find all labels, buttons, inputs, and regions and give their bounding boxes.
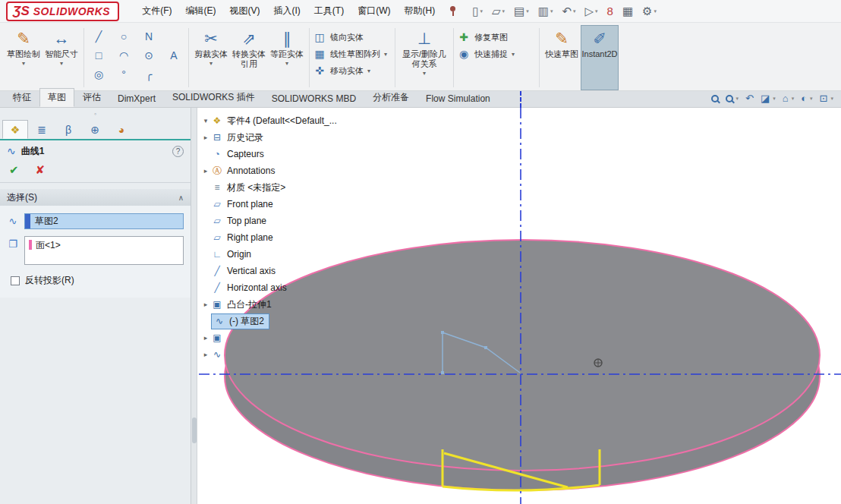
sketch-button[interactable]: ✎ 草图绘制 ▾ [5, 25, 43, 90]
tab-evaluate[interactable]: 评估 [74, 88, 109, 107]
selection-group-header[interactable]: 选择(S) ∧ [0, 189, 191, 206]
panel-splitter[interactable] [191, 108, 197, 504]
expand-arrow-icon[interactable]: ▸ [200, 134, 211, 141]
tree-item-sketch2-selected[interactable]: ∿ (-) 草图2 [200, 313, 337, 329]
offset-entities-button[interactable]: ∥ 等距实体 ▾ [268, 25, 306, 90]
save-button[interactable]: ▤▾ [511, 3, 532, 20]
tree-item-boss-extrude[interactable]: ▸ ▣ 凸台-拉伸1 [200, 296, 337, 313]
tree-item-right-plane[interactable]: ▱ Right plane [200, 229, 337, 246]
menu-insert[interactable]: 插入(I) [268, 2, 307, 20]
display-style-button[interactable]: ◐▾ [801, 93, 812, 104]
tree-item-history[interactable]: ▸ ⊟ 历史记录 [200, 129, 337, 146]
ok-button[interactable]: ✔ [9, 163, 19, 177]
tab-dimxpertmanager[interactable]: ⊕ [82, 120, 108, 139]
menu-help[interactable]: 帮助(H) [398, 2, 442, 20]
move-entities-button[interactable]: ✜ 移动实体 ▾ [313, 65, 392, 77]
expand-arrow-icon[interactable]: ▸ [200, 301, 211, 308]
quick-snaps-button[interactable]: ◉ 快速捕捉 ▾ [457, 48, 536, 60]
tree-item-vertical-axis[interactable]: ╱ Vertical axis [200, 263, 337, 279]
splitter-grip[interactable] [192, 417, 197, 443]
trim-entities-button[interactable]: ✂ 剪裁实体 ▾ [192, 25, 230, 90]
menu-tools[interactable]: 工具(T) [308, 2, 350, 20]
tree-item-sensors[interactable]: ◔ Capteurs [200, 146, 337, 162]
tab-flow-simulation[interactable]: Flow Simulation [417, 90, 499, 107]
sketch-endpoint-marker[interactable] [484, 346, 487, 349]
tab-configurationmanager[interactable]: β [55, 120, 81, 139]
section-view-button[interactable]: ◪▾ [761, 93, 776, 104]
cancel-button[interactable]: ✘ [36, 163, 46, 177]
selected-tree-item[interactable]: ∿ (-) 草图2 [211, 313, 269, 329]
tree-item-part[interactable]: ▾ ❖ 零件4 (Default<<Default_... [200, 112, 337, 129]
sketch-endpoint-marker[interactable] [441, 331, 444, 334]
tree-item-annotations[interactable]: ▸ Ⓐ Annotations [200, 162, 337, 179]
tab-dimxpert[interactable]: DimXpert [109, 90, 164, 107]
expand-arrow-icon[interactable]: ▾ [200, 117, 211, 124]
solidworks-logo: ƷS SOLIDWORKS [6, 2, 119, 21]
display-settings-button[interactable]: ▦ [619, 3, 636, 20]
open-button[interactable]: ▱▾ [489, 3, 508, 20]
tree-item-horizontal-axis[interactable]: ╱ Horizontal axis [200, 279, 337, 296]
text-tool[interactable]: A [162, 47, 185, 64]
menu-edit[interactable]: 编辑(E) [180, 2, 222, 20]
spline-tool[interactable]: N [137, 28, 160, 45]
zoom-to-area-button[interactable]: ▾ [726, 95, 739, 102]
expand-arrow-icon[interactable]: ▸ [200, 351, 211, 358]
view-orientation-button[interactable]: ⌂▾ [783, 93, 794, 104]
sketch-endpoint-marker[interactable] [441, 371, 444, 374]
tree-item-material[interactable]: ≡ 材质 <未指定> [200, 179, 337, 196]
zoom-to-fit-button[interactable] [711, 95, 719, 102]
mirror-entities-button[interactable]: ◫ 镜向实体 [313, 31, 392, 43]
tab-analysis-preparation[interactable]: 分析准备 [364, 88, 417, 107]
linear-pattern-button[interactable]: ▦ 线性草图阵列 ▾ [313, 48, 392, 60]
circle-tool[interactable]: ○ [112, 28, 135, 45]
rebuild-button[interactable]: 8 [604, 3, 616, 19]
repair-sketch-button[interactable]: ✚ 修复草图 [457, 31, 536, 43]
tab-displaymanager[interactable]: ◕ [109, 120, 134, 139]
tab-propertymanager[interactable]: ≣ [29, 120, 55, 139]
arc-tool[interactable]: ◠ [112, 47, 135, 64]
tree-item-feature[interactable]: ▸ ∿ [200, 346, 337, 363]
pin-menu-icon[interactable] [449, 5, 457, 17]
display-delete-relations-button[interactable]: ⊥ 显示/删除几何关系 ▾ [398, 25, 450, 90]
undo-icon: ↶ [562, 5, 572, 18]
select-button[interactable]: ▷▾ [582, 3, 601, 20]
expand-arrow-icon[interactable]: ▸ [200, 167, 211, 175]
options-button[interactable]: ⚙▾ [639, 3, 660, 20]
menu-view[interactable]: 视图(V) [224, 2, 266, 20]
tab-sketch[interactable]: 草图 [39, 88, 74, 107]
print-button[interactable]: ▥▾ [535, 3, 556, 20]
line-tool[interactable]: ╱ [87, 28, 110, 45]
reverse-projection-row[interactable]: 反转投影(R) [7, 274, 184, 287]
tree-item-front-plane[interactable]: ▱ Front plane [200, 196, 337, 213]
rapid-sketch-button[interactable]: ✎ 快速草图 [543, 25, 581, 90]
ellipse-tool[interactable]: ⊙ [137, 47, 160, 64]
rectangle-tool[interactable]: □ [87, 47, 110, 64]
new-button[interactable]: ▯▾ [469, 3, 486, 20]
menu-window[interactable]: 窗口(W) [351, 2, 396, 20]
tab-solidworks-mbd[interactable]: SOLIDWORKS MBD [263, 90, 364, 107]
tab-featuremanager[interactable]: ❖ [2, 120, 28, 139]
tab-features[interactable]: 特征 [5, 88, 39, 107]
convert-entities-button[interactable]: ⇗ 转换实体引用 [230, 25, 268, 90]
tree-item-top-plane[interactable]: ▱ Top plane [200, 213, 337, 229]
reverse-projection-checkbox[interactable] [11, 276, 20, 285]
face-selection-list[interactable]: 面<1> [24, 236, 184, 265]
undo-button[interactable]: ↶▾ [559, 3, 578, 20]
instant2d-button[interactable]: ✐ Instant2D [581, 25, 619, 90]
sketch-utility-group: ✚ 修复草图 ◉ 快速捕捉 ▾ [457, 25, 536, 90]
graphics-viewport[interactable]: ▾ ❖ 零件4 (Default<<Default_... ▸ ⊟ 历史记录 ◔… [197, 108, 841, 504]
point-tool[interactable]: ° [112, 66, 135, 83]
sketch-selection-field[interactable]: 草图2 [24, 213, 184, 229]
tree-item-feature[interactable]: ▸ ▣ [200, 329, 337, 346]
tree-item-origin[interactable]: ∟ Origin [200, 246, 337, 263]
sketch-entities-group: ╱ ○ N □ ◠ ⊙ A ◎ ° ╭ [87, 25, 185, 90]
previous-view-button[interactable]: ↶ [745, 93, 754, 104]
tab-solidworks-addins[interactable]: SOLIDWORKS 插件 [164, 88, 263, 107]
slot-tool[interactable]: ◎ [87, 66, 110, 83]
expand-arrow-icon[interactable]: ▸ [200, 334, 211, 342]
menu-file[interactable]: 文件(F) [136, 2, 178, 20]
help-icon[interactable]: ? [172, 146, 184, 157]
view-settings-button[interactable]: ⊡▾ [820, 93, 833, 104]
sketch-fillet-tool[interactable]: ╭ [137, 66, 160, 83]
smart-dimension-button[interactable]: ↔ 智能尺寸 ▾ [43, 25, 80, 90]
